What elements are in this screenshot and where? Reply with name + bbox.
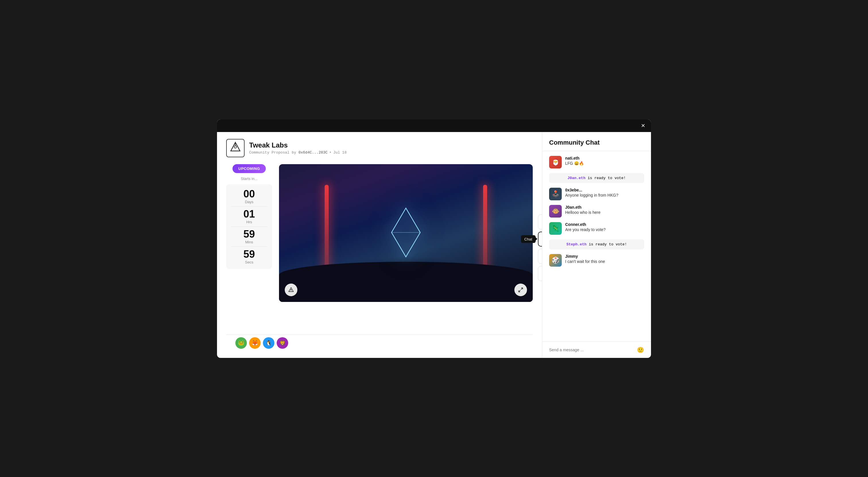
- diamond-shape: [389, 206, 423, 259]
- image-expand-button[interactable]: [515, 284, 527, 296]
- bottom-avatars: 🐸 🦊 🐧 🦁: [226, 335, 533, 351]
- chat-header: Community Chat: [542, 132, 651, 151]
- top-bar: ✕: [217, 119, 651, 132]
- logo-icon: [229, 141, 241, 155]
- svg-line-5: [406, 208, 420, 232]
- svg-line-4: [392, 208, 406, 232]
- image-left-button[interactable]: [285, 284, 298, 296]
- msg-text-nati: LFG 😄🔥: [565, 161, 584, 166]
- proposal-header: Tweak Labs Community Proposal by 0x6d4C.…: [226, 139, 533, 157]
- image-container: Chat: [279, 164, 533, 331]
- chat-messages: 🎅 nati.eth LFG 😄🔥 J0an.eth is ready to v…: [542, 151, 651, 342]
- chat-input-area: 🙂: [542, 342, 651, 358]
- emoji-button[interactable]: 🙂: [637, 346, 644, 353]
- msg-text-conner: Are you ready to vote?: [565, 227, 606, 232]
- chat-button[interactable]: [538, 232, 542, 247]
- chat-tooltip: Chat: [521, 235, 536, 243]
- avatar-nati: 🎅: [549, 156, 562, 168]
- upcoming-badge: UPCOMING: [232, 164, 266, 173]
- modal: ✕ Tweak Labs Com: [217, 119, 651, 358]
- message-row: 🐵 J0an.eth Hellooo who is here: [549, 205, 644, 218]
- message-row: 🎅 nati.eth LFG 😄🔥: [549, 156, 644, 168]
- svg-line-6: [392, 232, 406, 257]
- close-button[interactable]: ✕: [641, 123, 645, 128]
- svg-line-7: [406, 232, 420, 257]
- message-row: 🎲 Jimmy I can't wait for this one: [549, 254, 644, 266]
- message-row: 🕹️ 0x3ebe... Anyone logging in from HKG?: [549, 188, 644, 200]
- countdown-hrs: 01 Hrs: [231, 209, 268, 224]
- proposal-info: Tweak Labs Community Proposal by 0x6d4C.…: [249, 141, 347, 155]
- starts-in-label: Starts in...: [226, 177, 272, 181]
- msg-text-jimmy: I can't wait for this one: [565, 259, 605, 264]
- countdown-mins: 59 Mins: [231, 229, 268, 244]
- chat-button-wrapper: Chat: [538, 232, 542, 247]
- right-panel: Community Chat 🎅 nati.eth LFG 😄🔥 J0an.et…: [542, 132, 651, 358]
- avatar-jimmy: 🎲: [549, 254, 562, 266]
- share-button[interactable]: [538, 266, 542, 281]
- bottom-avatar-2: 🦊: [249, 337, 260, 349]
- left-panel: Tweak Labs Community Proposal by 0x6d4C.…: [217, 132, 542, 358]
- system-message-j0an: J0an.eth is ready to vote!: [549, 173, 644, 183]
- username-conner: Conner.eth: [565, 222, 606, 227]
- username-jimmy: Jimmy: [565, 254, 605, 259]
- chat-input[interactable]: [549, 348, 634, 352]
- pulse-button[interactable]: [538, 249, 542, 264]
- avatar-conner: 🦎: [549, 222, 562, 235]
- username-nati: nati.eth: [565, 156, 584, 160]
- action-column: Chat: [538, 214, 542, 281]
- svg-point-1: [234, 146, 237, 148]
- system-message-steph: Steph.eth is ready to vote!: [549, 240, 644, 249]
- msg-text-0x3ebe: Anyone logging in from HKG?: [565, 193, 618, 197]
- svg-line-11: [521, 288, 523, 290]
- avatar-j0an: 🐵: [549, 205, 562, 218]
- proposal-title: Tweak Labs: [249, 141, 347, 149]
- sidebar-left: UPCOMING Starts in... 00 Days 01 Hrs: [226, 164, 272, 331]
- username-0x3ebe: 0x3ebe...: [565, 188, 618, 192]
- logo-box: [226, 139, 245, 157]
- proposal-meta: Community Proposal by 0x6d4C...283C•Jul …: [249, 150, 347, 155]
- svg-line-12: [519, 290, 520, 292]
- users-button[interactable]: [538, 214, 542, 229]
- message-row: 🦎 Conner.eth Are you ready to vote?: [549, 222, 644, 235]
- countdown-secs: 59 Secs: [231, 249, 268, 264]
- msg-text-j0an: Hellooo who is here: [565, 210, 600, 215]
- chat-title: Community Chat: [549, 139, 644, 147]
- avatar-0x3ebe: 🕹️: [549, 188, 562, 200]
- bottom-avatar-1: 🐸: [236, 337, 247, 349]
- bottom-avatar-4: 🦁: [277, 337, 288, 349]
- main-content: Tweak Labs Community Proposal by 0x6d4C.…: [217, 132, 651, 358]
- content-area: UPCOMING Starts in... 00 Days 01 Hrs: [226, 164, 533, 331]
- svg-point-10: [290, 289, 291, 290]
- countdown-box: 00 Days 01 Hrs 59 Mins: [226, 184, 272, 269]
- crowd: [279, 256, 533, 302]
- proposal-image: [279, 164, 533, 302]
- countdown-days: 00 Days: [231, 189, 268, 204]
- bottom-avatar-3: 🐧: [263, 337, 274, 349]
- username-j0an: J0an.eth: [565, 205, 600, 210]
